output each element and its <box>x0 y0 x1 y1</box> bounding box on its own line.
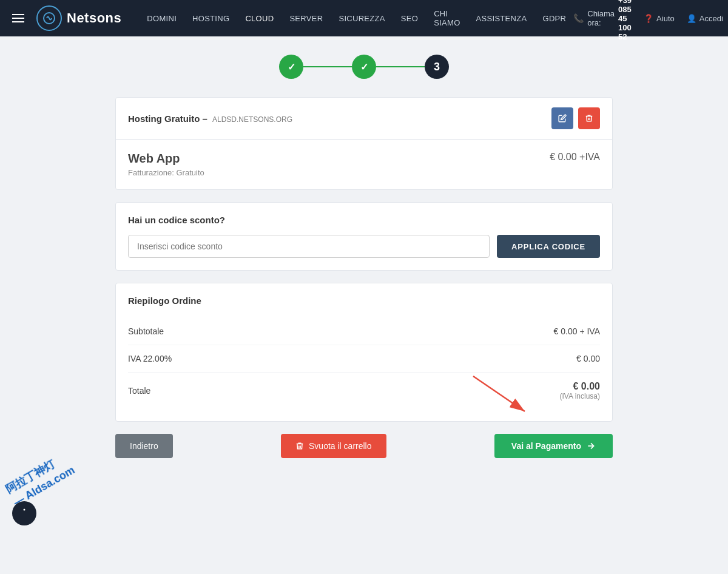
nav-assistenza[interactable]: ASSISTENZA <box>469 10 534 27</box>
checkout-button[interactable]: Vai al Pagamento <box>494 434 613 458</box>
nav-server[interactable]: SERVER <box>282 10 330 27</box>
hosting-domain: ALDSD.NETSONS.ORG <box>212 115 292 124</box>
discount-card: Hai un codice sconto? APPLICA CODICE <box>115 202 613 271</box>
brand-name: Netsons <box>67 10 121 26</box>
stepper: ✓ ✓ 3 <box>115 55 613 79</box>
phone-info: 📞 Chiama ora: +39 085 45 100 52 <box>573 0 632 41</box>
svg-point-4 <box>24 509 25 511</box>
vat-note: (IVA inclusa) <box>560 392 600 400</box>
person-icon: 👤 <box>687 14 696 23</box>
apply-code-button[interactable]: APPLICA CODICE <box>497 235 600 258</box>
discount-input[interactable] <box>128 235 490 258</box>
accessibility-button[interactable] <box>12 501 36 525</box>
step-3: 3 <box>425 55 449 79</box>
subtotal-label: Subtotale <box>128 326 164 336</box>
main-nav: DOMINI HOSTING CLOUD SERVER SICUREZZA SE… <box>140 5 573 31</box>
step-2: ✓ <box>352 55 376 79</box>
back-button[interactable]: Indietro <box>115 434 173 458</box>
nav-sicurezza[interactable]: SICUREZZA <box>331 10 392 27</box>
nav-seo[interactable]: SEO <box>394 10 425 27</box>
hosting-card-body: Web App Fatturazione: Gratuito € 0.00 +I… <box>116 140 612 189</box>
clear-cart-button[interactable]: Svuota il carrello <box>281 434 386 458</box>
logo-circle <box>36 5 62 31</box>
phone-number: +39 085 45 100 52 <box>618 0 632 41</box>
subtotal-value: € 0.00 + IVA <box>554 326 600 336</box>
product-info: Web App Fatturazione: Gratuito <box>128 152 204 177</box>
hosting-card-title: Hosting Gratuito – ALDSD.NETSONS.ORG <box>128 113 292 124</box>
annotation-wrapper: Indietro Svuota il carrello Vai al Pagam… <box>115 434 613 458</box>
action-bar: Indietro Svuota il carrello Vai al Pagam… <box>115 434 613 458</box>
main-content: ✓ ✓ 3 Hosting Gratuito – ALDSD.NETSONS.O… <box>103 36 625 495</box>
summary-total-row: Totale € 0.00 (IVA inclusa) <box>128 373 600 409</box>
iva-value: € 0.00 <box>576 354 600 363</box>
login-label: Accedi <box>699 14 723 23</box>
nav-cloud[interactable]: CLOUD <box>238 10 281 27</box>
product-billing: Fatturazione: Gratuito <box>128 168 204 177</box>
hosting-card: Hosting Gratuito – ALDSD.NETSONS.ORG <box>115 97 613 190</box>
hosting-card-header: Hosting Gratuito – ALDSD.NETSONS.ORG <box>116 98 612 140</box>
help-button[interactable]: ❓ Aiuto <box>644 14 675 23</box>
checkout-label: Vai al Pagamento <box>511 441 581 451</box>
total-value: € 0.00 (IVA inclusa) <box>560 381 600 400</box>
total-label: Totale <box>128 386 150 396</box>
step-1: ✓ <box>279 55 303 79</box>
summary-subtotal-row: Subtotale € 0.00 + IVA <box>128 318 600 345</box>
summary-iva-row: IVA 22.00% € 0.00 <box>128 345 600 373</box>
clear-cart-label: Svuota il carrello <box>309 441 372 451</box>
navbar-right: 📞 Chiama ora: +39 085 45 100 52 ❓ Aiuto … <box>573 0 728 41</box>
total-amount: € 0.00 <box>573 381 600 391</box>
phone-label: Chiama ora: <box>587 9 615 27</box>
step-line-2 <box>376 66 425 67</box>
step-line-1 <box>303 66 352 67</box>
watermark: 阿拉丁神灯 — Aldsa.com <box>3 450 78 510</box>
login-button[interactable]: 👤 Accedi <box>687 14 723 23</box>
nav-hosting[interactable]: HOSTING <box>185 10 237 27</box>
phone-icon: 📞 <box>573 13 584 23</box>
discount-input-row: APPLICA CODICE <box>128 235 600 258</box>
watermark-line1: 阿拉丁神灯 <box>3 450 70 498</box>
product-name: Web App <box>128 152 204 166</box>
help-icon: ❓ <box>644 14 653 23</box>
product-price: € 0.00 +IVA <box>550 152 600 163</box>
product-row: Web App Fatturazione: Gratuito € 0.00 +I… <box>128 152 600 177</box>
iva-label: IVA 22.00% <box>128 354 172 363</box>
edit-button[interactable] <box>551 107 573 129</box>
hosting-card-actions <box>551 107 600 129</box>
discount-label: Hai un codice sconto? <box>128 215 600 225</box>
hosting-title-sep: – <box>203 113 211 124</box>
nav-chi-siamo[interactable]: CHI SIAMO <box>426 5 467 31</box>
hamburger-menu[interactable] <box>12 14 24 22</box>
delete-button[interactable] <box>578 107 600 129</box>
navbar: Netsons DOMINI HOSTING CLOUD SERVER SICU… <box>0 0 728 36</box>
nav-domini[interactable]: DOMINI <box>140 10 184 27</box>
hosting-title-text: Hosting Gratuito <box>128 113 200 124</box>
summary-card: Riepilogo Ordine Subtotale € 0.00 + IVA … <box>115 283 613 422</box>
nav-gdpr[interactable]: GDPR <box>535 10 573 27</box>
summary-title: Riepilogo Ordine <box>128 295 600 306</box>
help-label: Aiuto <box>656 14 675 23</box>
brand-logo: Netsons <box>36 5 121 31</box>
